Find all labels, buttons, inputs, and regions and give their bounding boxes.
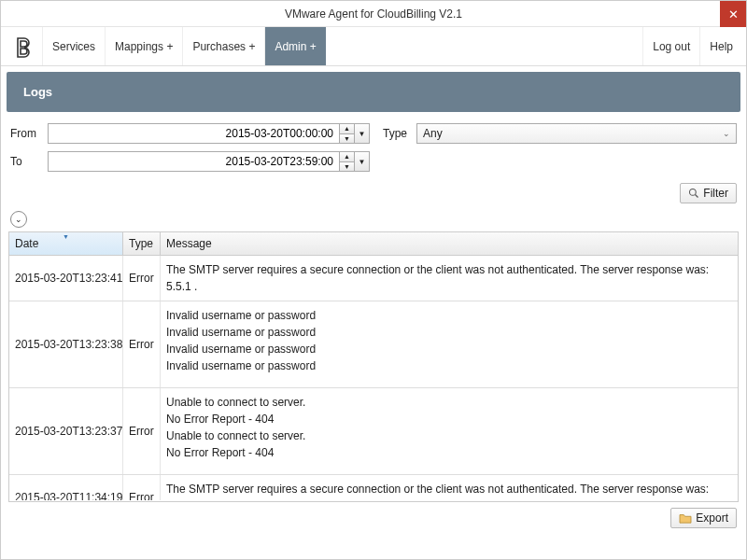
menu-right-0[interactable]: Log out: [642, 27, 699, 65]
from-spinner[interactable]: ▲ ▼: [340, 123, 355, 144]
search-icon: [688, 188, 699, 199]
to-spinner[interactable]: ▲ ▼: [340, 151, 355, 172]
to-input[interactable]: [48, 151, 340, 172]
logo-icon: [12, 35, 35, 58]
section-header: Logs: [7, 72, 740, 112]
spinner-down-icon[interactable]: ▼: [340, 134, 354, 144]
export-button-label: Export: [696, 511, 728, 525]
cell-type: Error: [123, 256, 161, 301]
app-logo: [5, 27, 42, 65]
cell-date: 2015-03-20T11:34:19: [9, 475, 123, 500]
menu-item-3[interactable]: Admin +: [264, 27, 325, 65]
spinner-down-icon[interactable]: ▼: [340, 162, 354, 172]
footer: Export: [1, 502, 746, 534]
menu-items: ServicesMappings +Purchases +Admin +: [42, 27, 326, 65]
table-body[interactable]: 2015-03-20T13:23:41ErrorThe SMTP server …: [9, 256, 738, 500]
type-select[interactable]: Any ⌄: [416, 123, 737, 144]
chevron-down-icon: ⌄: [723, 129, 730, 138]
col-header-date[interactable]: ▼ Date: [9, 232, 123, 255]
menu-item-2[interactable]: Purchases +: [182, 27, 264, 65]
from-input[interactable]: [48, 123, 340, 144]
table-row[interactable]: 2015-03-20T13:23:41ErrorThe SMTP server …: [9, 256, 738, 301]
table-row[interactable]: 2015-03-20T11:34:19ErrorThe SMTP server …: [9, 475, 738, 500]
cell-message: Invalid username or password Invalid use…: [161, 301, 738, 387]
cell-type: Error: [123, 475, 161, 500]
table-row[interactable]: 2015-03-20T13:23:38ErrorInvalid username…: [9, 301, 738, 388]
close-icon: ✕: [728, 7, 739, 21]
cell-type: Error: [123, 301, 161, 387]
spinner-up-icon[interactable]: ▲: [340, 152, 354, 162]
menubar: ServicesMappings +Purchases +Admin + Log…: [1, 27, 746, 66]
menu-item-0[interactable]: Services: [42, 27, 105, 65]
cell-message: The SMTP server requires a secure connec…: [161, 256, 738, 301]
from-datetime: ▲ ▼ ▼: [48, 123, 370, 144]
menu-right-1[interactable]: Help: [699, 27, 742, 65]
filter-row-from: From ▲ ▼ ▼ Type Any ⌄: [10, 123, 737, 144]
type-value: Any: [423, 127, 443, 140]
window-title: VMware Agent for CloudBilling V2.1: [285, 7, 462, 21]
filter-actions: Filter: [1, 179, 746, 209]
filter-button[interactable]: Filter: [680, 183, 737, 203]
from-dropdown[interactable]: ▼: [355, 123, 370, 144]
section-title: Logs: [23, 85, 52, 99]
export-button[interactable]: Export: [670, 508, 737, 528]
logs-table: ▼ Date Type Message 2015-03-20T13:23:41E…: [8, 231, 739, 502]
to-dropdown[interactable]: ▼: [355, 151, 370, 172]
cell-message: Unable to connect to server. No Error Re…: [161, 388, 738, 474]
type-label: Type: [383, 127, 416, 140]
menu-item-1[interactable]: Mappings +: [105, 27, 182, 65]
cell-message: The SMTP server requires a secure connec…: [161, 475, 738, 500]
cell-type: Error: [123, 388, 161, 474]
close-button[interactable]: ✕: [720, 1, 746, 27]
sort-indicator-icon: ▼: [63, 233, 69, 240]
svg-point-0: [690, 189, 697, 196]
collapse-toggle[interactable]: ⌄: [10, 211, 27, 228]
filter-button-label: Filter: [703, 187, 728, 200]
filter-row-to: To ▲ ▼ ▼: [10, 151, 737, 172]
to-label: To: [10, 155, 48, 168]
spinner-up-icon[interactable]: ▲: [340, 124, 354, 134]
chevron-down-icon: ⌄: [15, 215, 22, 224]
to-datetime: ▲ ▼ ▼: [48, 151, 370, 172]
col-header-type[interactable]: Type: [123, 232, 161, 255]
svg-line-1: [696, 195, 698, 198]
folder-icon: [679, 512, 692, 524]
titlebar: VMware Agent for CloudBilling V2.1 ✕: [1, 1, 746, 27]
table-row[interactable]: 2015-03-20T13:23:37ErrorUnable to connec…: [9, 388, 738, 475]
chevron-down-icon: ▼: [359, 158, 366, 166]
cell-date: 2015-03-20T13:23:38: [9, 301, 123, 387]
table-header: ▼ Date Type Message: [9, 232, 738, 256]
cell-date: 2015-03-20T13:23:41: [9, 256, 123, 301]
cell-date: 2015-03-20T13:23:37: [9, 388, 123, 474]
chevron-down-icon: ▼: [359, 130, 366, 138]
filters-panel: From ▲ ▼ ▼ Type Any ⌄ To ▲ ▼ ▼: [1, 118, 746, 172]
from-label: From: [10, 127, 48, 140]
menu-right: Log outHelp: [642, 27, 742, 65]
col-header-message[interactable]: Message: [161, 232, 738, 255]
